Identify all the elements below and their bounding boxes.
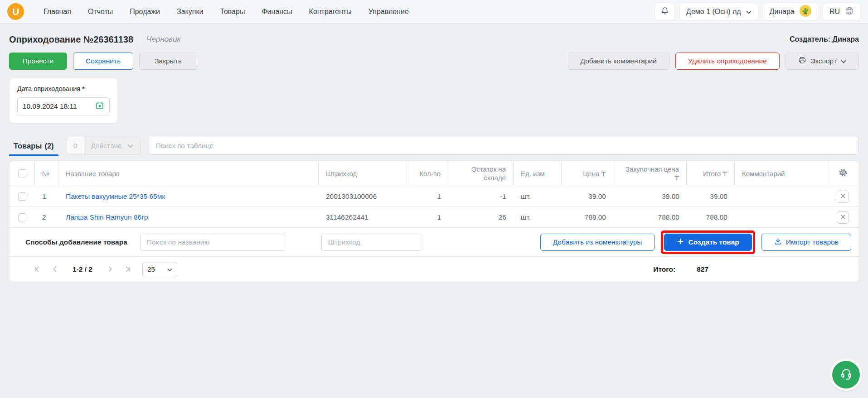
add-methods-label: Способы добавление товара <box>25 238 127 246</box>
date-input-wrapper[interactable] <box>17 97 110 115</box>
nav-item-sales[interactable]: Продажи <box>130 8 160 16</box>
barcode-input[interactable] <box>321 234 421 251</box>
col-total: Итого ₸ <box>687 161 735 186</box>
delete-row-button[interactable] <box>837 211 849 224</box>
col-qty: Кол-во <box>407 161 448 186</box>
title-row: Оприходование №26361138 Черновик Создате… <box>9 34 859 45</box>
col-unit: Ед. изм <box>514 161 562 186</box>
selected-count-badge: 0 <box>67 137 84 154</box>
nav-item-finance[interactable]: Финансы <box>262 8 292 16</box>
document-actions: Провести Сохранить Закрыть Добавить комм… <box>9 53 859 70</box>
calendar-icon[interactable] <box>95 101 104 112</box>
page-title: Оприходование №26361138 <box>9 34 133 45</box>
cell-stock: -1 <box>448 186 514 207</box>
pagination-row: 1-2 / 2 25 Итого: 827 <box>10 256 858 282</box>
top-bar-right: Демо 1 (Осн) лд Динара RU <box>655 3 861 21</box>
add-from-catalog-button[interactable]: Добавить из номенклатуры <box>540 234 655 251</box>
download-icon <box>774 237 782 247</box>
product-link[interactable]: Лапша Shin Ramyun 86гр <box>58 207 319 228</box>
table-search-input[interactable] <box>149 137 859 155</box>
date-field-label: Дата оприходования * <box>17 85 110 92</box>
add-comment-button[interactable]: Добавить комментарий <box>568 53 669 70</box>
table-settings-cell <box>827 161 858 186</box>
next-page-button[interactable] <box>104 264 116 275</box>
cell-comment <box>735 186 827 207</box>
bell-icon <box>660 6 669 17</box>
import-products-button[interactable]: Импорт товаров <box>761 234 851 251</box>
notifications-button[interactable] <box>655 3 675 21</box>
nav-item-purchases[interactable]: Закупки <box>177 8 203 16</box>
action-dropdown[interactable]: Действие <box>84 142 140 150</box>
page-size-select[interactable]: 25 <box>142 263 177 276</box>
top-bar: U Главная Отчеты Продажи Закупки Товары … <box>0 0 868 24</box>
close-button[interactable]: Закрыть <box>139 53 197 70</box>
tab-active-underline <box>9 154 58 156</box>
nav-item-products[interactable]: Товары <box>220 8 245 16</box>
cell-price: 788.00 <box>562 207 613 228</box>
product-link[interactable]: Пакеты вакуумные 25*35 65мк <box>58 186 319 207</box>
create-product-button[interactable]: Создать товар <box>664 234 752 251</box>
support-chat-button[interactable] <box>832 361 860 388</box>
col-barcode: Штрихкод <box>319 161 407 186</box>
export-button[interactable]: Экспорт <box>786 53 859 70</box>
company-selector-label: Демо 1 (Осн) лд <box>686 8 741 16</box>
user-menu[interactable]: Динара <box>763 3 818 21</box>
cell-num: 2 <box>35 207 58 228</box>
nav-item-reports[interactable]: Отчеты <box>88 8 113 16</box>
app-logo[interactable]: U <box>7 3 24 20</box>
tab-products-label: Товары <box>14 142 42 150</box>
product-name-search-input[interactable] <box>140 234 285 251</box>
chevron-down-icon <box>746 8 752 16</box>
cell-total: 788.00 <box>687 207 735 228</box>
select-all-checkbox[interactable] <box>18 169 26 177</box>
date-input[interactable] <box>23 102 92 110</box>
post-button[interactable]: Провести <box>9 53 67 70</box>
language-label: RU <box>829 8 840 16</box>
cell-purchase-price: 788.00 <box>613 207 687 228</box>
cell-price: 39.00 <box>562 186 613 207</box>
avatar <box>800 5 811 19</box>
save-button[interactable]: Сохранить <box>73 53 133 70</box>
table-row: 2 Лапша Shin Ramyun 86гр 31146262441 1 2… <box>10 206 858 227</box>
page-content: Оприходование №26361138 Черновик Создате… <box>0 24 868 282</box>
row-checkbox[interactable] <box>18 192 26 201</box>
tab-products-count: (2) <box>44 142 53 150</box>
col-comment: Комментарий <box>735 161 827 186</box>
col-stock: Остаток на складе <box>448 161 514 186</box>
chevron-down-icon <box>167 265 172 273</box>
headset-icon <box>839 367 853 383</box>
first-page-button[interactable] <box>31 264 43 275</box>
row-checkbox[interactable] <box>18 213 26 221</box>
prev-page-button[interactable] <box>49 264 61 275</box>
add-products-row: Способы добавление товара Добавить из но… <box>10 227 858 256</box>
main-nav: Главная Отчеты Продажи Закупки Товары Фи… <box>44 8 409 16</box>
cell-barcode: 2001303100006 <box>319 186 407 207</box>
delete-row-button[interactable] <box>837 191 849 203</box>
title-divider <box>140 35 140 43</box>
tab-products[interactable]: Товары (2) <box>9 135 58 156</box>
status-badge: Черновик <box>146 35 181 44</box>
delete-document-button[interactable]: Удалить оприходование <box>675 53 780 70</box>
printer-icon <box>798 56 806 66</box>
language-selector[interactable]: RU <box>823 3 861 21</box>
col-price: Цена ₸ <box>562 161 613 186</box>
nav-item-main[interactable]: Главная <box>44 8 71 16</box>
add-buttons-group: Добавить из номенклатуры Создать товар <box>540 230 851 254</box>
nav-item-counterparties[interactable]: Контрагенты <box>309 8 352 16</box>
date-card: Дата оприходования * <box>9 78 118 124</box>
cell-unit: шт. <box>514 207 562 228</box>
create-product-label: Создать товар <box>688 238 739 246</box>
col-num: № <box>35 161 58 186</box>
nav-item-management[interactable]: Управление <box>369 8 409 16</box>
cell-purchase-price: 39.00 <box>613 186 687 207</box>
company-selector[interactable]: Демо 1 (Осн) лд <box>679 3 758 21</box>
globe-icon <box>845 6 854 17</box>
creator-label: Создатель: Динара <box>790 35 859 43</box>
export-label: Экспорт <box>810 57 837 65</box>
totals-block: Итого: 827 <box>653 265 708 273</box>
page-size-value: 25 <box>147 265 155 273</box>
cell-unit: шт. <box>514 186 562 207</box>
last-page-button[interactable] <box>122 264 134 275</box>
gear-icon[interactable] <box>839 168 848 179</box>
col-purchase-price: Закупочная цена ₸ <box>613 161 687 186</box>
